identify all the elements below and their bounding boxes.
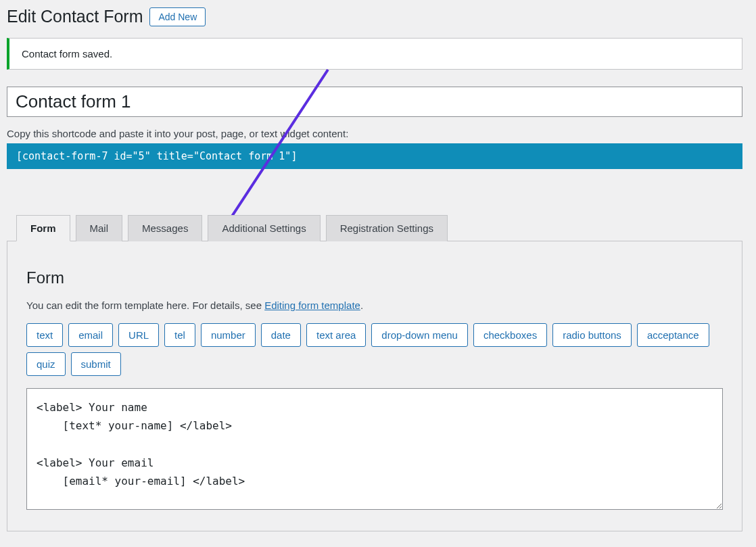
- tab-messages[interactable]: Messages: [128, 215, 202, 241]
- page-title: Edit Contact Form: [7, 7, 143, 26]
- panel-desc-suffix: .: [360, 300, 363, 311]
- tag-btn-url[interactable]: URL: [118, 323, 159, 347]
- tag-generator-buttons: textemailURLtelnumberdatetext areadrop-d…: [26, 323, 723, 376]
- tab-mail[interactable]: Mail: [76, 215, 123, 241]
- panel-desc-prefix: You can edit the form template here. For…: [26, 300, 264, 311]
- shortcode-label: Copy this shortcode and paste it into yo…: [7, 128, 742, 139]
- tabs-area: FormMailMessagesAdditional SettingsRegis…: [7, 215, 742, 531]
- tag-btn-radio-buttons[interactable]: radio buttons: [552, 323, 632, 347]
- tag-btn-text[interactable]: text: [26, 323, 63, 347]
- panel-heading: Form: [26, 268, 723, 287]
- tag-btn-number[interactable]: number: [201, 323, 256, 347]
- tag-btn-drop-down-menu[interactable]: drop-down menu: [371, 323, 468, 347]
- notice-message: Contact form saved.: [22, 48, 112, 60]
- form-panel: Form You can edit the form template here…: [7, 241, 742, 531]
- form-title-wrap: [7, 87, 742, 117]
- tab-form[interactable]: Form: [16, 215, 70, 241]
- success-notice: Contact form saved.: [7, 38, 742, 70]
- tag-btn-quiz[interactable]: quiz: [26, 352, 66, 376]
- tabs-list: FormMailMessagesAdditional SettingsRegis…: [7, 215, 742, 241]
- tag-btn-submit[interactable]: submit: [71, 352, 121, 376]
- editing-template-link[interactable]: Editing form template: [264, 300, 360, 311]
- shortcode-field[interactable]: [7, 143, 742, 169]
- tab-additional-settings[interactable]: Additional Settings: [208, 215, 320, 241]
- add-new-button[interactable]: Add New: [149, 7, 206, 26]
- form-template-textarea[interactable]: [26, 388, 723, 510]
- tag-btn-text-area[interactable]: text area: [306, 323, 366, 347]
- tag-btn-tel[interactable]: tel: [164, 323, 195, 347]
- tag-btn-checkboxes[interactable]: checkboxes: [473, 323, 547, 347]
- tag-btn-email[interactable]: email: [68, 323, 113, 347]
- tag-btn-acceptance[interactable]: acceptance: [637, 323, 709, 347]
- tag-btn-date[interactable]: date: [261, 323, 301, 347]
- page-header: Edit Contact Form Add New: [7, 0, 742, 34]
- tab-registration-settings[interactable]: Registration Settings: [326, 215, 448, 241]
- form-title-input[interactable]: [16, 91, 734, 112]
- panel-description: You can edit the form template here. For…: [26, 300, 723, 311]
